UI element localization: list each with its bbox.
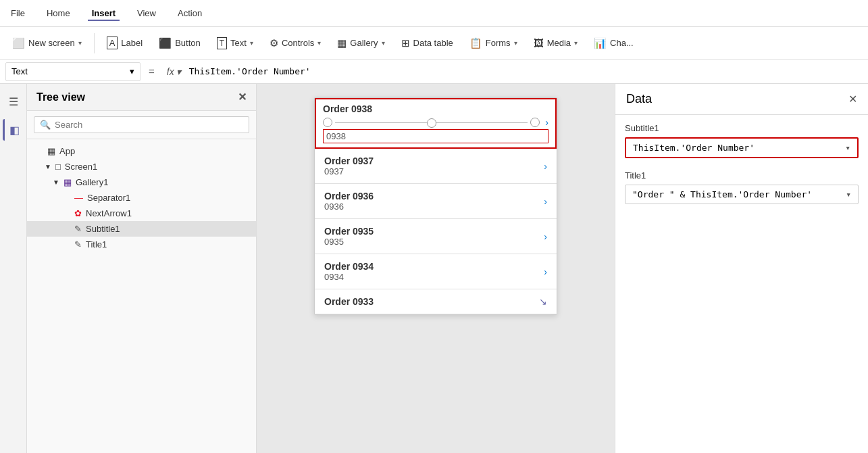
layers-icon[interactable]: ◧: [3, 119, 24, 141]
media-chevron-icon: ▾: [574, 39, 578, 47]
data-panel-close-icon[interactable]: ✕: [848, 93, 857, 105]
media-button[interactable]: 🖼 Media ▾: [527, 33, 584, 53]
item-0936-subtitle: 0936: [324, 201, 374, 212]
forms-chevron-icon: ▾: [514, 39, 517, 47]
menu-home[interactable]: Home: [43, 5, 74, 21]
toolbar: ⬜ New screen ▾ A Label ⬛ Button T Text ▾…: [0, 27, 868, 59]
new-screen-button[interactable]: ⬜ New screen ▾: [5, 33, 88, 53]
title1-field-label: Title1: [625, 170, 859, 181]
item-0934-subtitle: 0934: [324, 272, 374, 282]
text-icon: T: [217, 37, 227, 49]
screen-icon: ⬜: [12, 37, 25, 49]
item-0937-chevron-icon: ›: [544, 161, 547, 172]
tree-item-screen1[interactable]: ▼ □ Screen1: [27, 159, 256, 174]
gallery-item-selected[interactable]: Order 0938 › 0938: [315, 98, 557, 149]
item-0935-chevron-icon: ›: [544, 231, 547, 242]
title1-icon: ✎: [74, 239, 82, 249]
title1-select[interactable]: "Order " & ThisItem.'Order Number' ▾: [625, 185, 859, 204]
gallery-list: Order 0938 › 0938 Order 0937: [315, 98, 557, 314]
menu-view[interactable]: View: [133, 5, 160, 21]
tree-header: Tree view ✕: [27, 84, 256, 111]
gallery1-icon: ▦: [63, 177, 72, 187]
tree-item-subtitle1[interactable]: ✎ Subtitle1: [27, 221, 256, 237]
tree-item-separator1[interactable]: — Separator1: [27, 190, 256, 206]
text-button[interactable]: T Text ▾: [210, 33, 260, 53]
screen1-expand-icon: ▼: [45, 163, 51, 170]
tree-panel: Tree view ✕ 🔍 ▦ App ▼ □ Screen1: [27, 84, 257, 453]
forms-button[interactable]: 📋 Forms ▾: [463, 33, 524, 53]
gallery-item-0933[interactable]: Order 0933 ↘: [315, 289, 557, 314]
gallery-item-0936[interactable]: Order 0936 0936 ›: [315, 184, 557, 219]
gallery-item-0937[interactable]: Order 0937 0937 ›: [315, 149, 557, 184]
menu-action[interactable]: Action: [174, 5, 206, 21]
menu-insert[interactable]: Insert: [88, 5, 120, 21]
subtitle1-chevron-icon: ▾: [845, 143, 850, 153]
data-table-icon: ⊞: [401, 37, 410, 49]
data-panel: Data ✕ Subtitle1 ThisItem.'Order Number'…: [615, 84, 868, 453]
subtitle1-select[interactable]: ThisItem.'Order Number' ▾: [625, 137, 859, 158]
gallery-button[interactable]: ▦ Gallery ▾: [330, 33, 391, 53]
formula-equals: =: [145, 66, 159, 77]
data-table-button[interactable]: ⊞ Data table: [394, 33, 460, 53]
toolbar-separator-1: [94, 33, 95, 53]
item-0933-text: Order 0933: [324, 296, 374, 307]
tree-item-app[interactable]: ▦ App: [27, 143, 256, 159]
screen1-icon: □: [55, 162, 61, 172]
selection-line: [335, 122, 528, 123]
tree-content: ▦ App ▼ □ Screen1 ▼ ▦ Gallery1 — Separat…: [27, 139, 256, 453]
tree-item-gallery1[interactable]: ▼ ▦ Gallery1: [27, 174, 256, 190]
search-box: 🔍: [34, 116, 249, 133]
selected-item-title: Order 0938: [323, 103, 548, 114]
button-button[interactable]: ⬛ Button: [152, 33, 207, 53]
gallery-item-0934[interactable]: Order 0934 0934 ›: [315, 254, 557, 289]
item-0937-subtitle: 0937: [324, 166, 374, 176]
search-icon: 🔍: [40, 120, 51, 130]
item-0936-title: Order 0936: [324, 191, 374, 201]
controls-button[interactable]: ⚙ Controls ▾: [263, 33, 328, 53]
chart-button[interactable]: 📊 Cha...: [587, 33, 640, 53]
item-0935-title: Order 0935: [324, 226, 374, 237]
title1-chevron-icon: ▾: [846, 189, 851, 199]
formula-fx-button[interactable]: fx ▾: [163, 66, 185, 77]
item-0937-text: Order 0937 0937: [324, 156, 374, 176]
item-0935-text: Order 0935 0935: [324, 226, 374, 247]
title1-value: "Order " & ThisItem.'Order Number': [632, 189, 812, 199]
tree-close-icon[interactable]: ✕: [238, 91, 247, 103]
menu-file[interactable]: File: [7, 5, 29, 21]
controls-chevron-icon: ▾: [317, 39, 321, 47]
separator1-icon: —: [74, 193, 83, 203]
gallery-chevron-icon: ▾: [382, 39, 385, 47]
gallery1-expand-icon: ▼: [53, 178, 59, 186]
item-0933-chevron-icon: ↘: [539, 296, 547, 307]
text-chevron-icon: ▾: [250, 39, 253, 47]
subtitle1-field: Subtitle1 ThisItem.'Order Number' ▾: [625, 123, 859, 158]
label-icon: A: [107, 37, 118, 49]
handle-center-icon: [427, 118, 436, 128]
tree-item-title1[interactable]: ✎ Title1: [27, 237, 256, 252]
media-icon: 🖼: [534, 37, 544, 49]
item-0937-title: Order 0937: [324, 156, 374, 166]
search-input[interactable]: [55, 120, 243, 130]
hamburger-menu-icon[interactable]: ☰: [3, 91, 24, 112]
controls-icon: ⚙: [270, 37, 278, 49]
formula-input[interactable]: [189, 62, 863, 81]
handle-right-icon: [530, 118, 540, 127]
item-0936-chevron-icon: ›: [544, 196, 547, 207]
formula-select-chevron-icon: ▾: [130, 66, 134, 76]
gallery-item-0935[interactable]: Order 0935 0935 ›: [315, 219, 557, 254]
subtitle1-field-label: Subtitle1: [625, 123, 859, 133]
title1-field: Title1 "Order " & ThisItem.'Order Number…: [625, 170, 859, 204]
forms-icon: 📋: [469, 37, 482, 49]
data-panel-header: Data ✕: [615, 84, 868, 115]
canvas-area: Order 0938 › 0938 Order 0937: [257, 84, 615, 453]
formula-select[interactable]: Text ▾: [5, 62, 141, 81]
tree-item-nextarrow1[interactable]: ✿ NextArrow1: [27, 206, 256, 221]
tree-view-title: Tree view: [36, 91, 85, 103]
data-panel-content: Subtitle1 ThisItem.'Order Number' ▾ Titl…: [615, 115, 868, 224]
subtitle-selected-box: 0938: [323, 129, 548, 143]
handle-left-icon: [323, 118, 332, 127]
chart-icon: 📊: [594, 37, 607, 49]
item-0934-chevron-icon: ›: [544, 266, 547, 277]
label-button[interactable]: A Label: [100, 32, 149, 53]
fx-chevron-icon: ▾: [176, 66, 181, 77]
